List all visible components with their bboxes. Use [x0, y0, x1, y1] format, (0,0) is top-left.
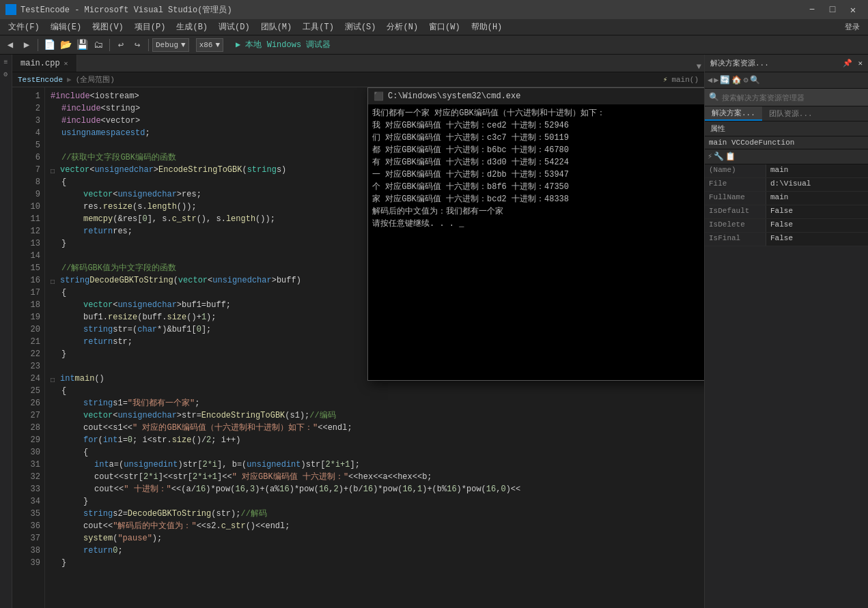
code-line-37: system("pause");: [51, 532, 699, 545]
prop-val-name: main: [766, 164, 868, 177]
prop-key-file: File: [705, 178, 766, 191]
code-area: 12345 678910 1112131415 1617181920 21222…: [12, 87, 704, 608]
undo-button[interactable]: ↩: [113, 38, 128, 53]
prop-icon-2[interactable]: 🔧: [714, 151, 724, 162]
menu-team[interactable]: 团队(M): [255, 20, 298, 34]
tab-close-icon[interactable]: ✕: [64, 59, 68, 68]
menu-analyze[interactable]: 分析(N): [381, 20, 423, 34]
prop-key-isdefault: IsDefault: [705, 205, 766, 218]
cmd-line-5: 有 对应GBK编码值 十六进制：d3d0 十进制：54224: [372, 156, 704, 169]
cmd-line-4: 都 对应GBK编码值 十六进制：b6bc 十进制：46780: [372, 144, 704, 156]
solution-pin-icon[interactable]: 📌: [843, 59, 852, 68]
prop-row-file: File d:\Visual: [705, 178, 868, 192]
code-line-28: cout << s1 << " 对应的GBK编码值（十六进制和十进制）如下：" …: [51, 422, 699, 434]
code-line-26: string s1 = "我们都有一个家";: [51, 397, 699, 409]
sol-home-icon[interactable]: 🏠: [731, 75, 742, 85]
tab-solution[interactable]: 解决方案...: [705, 106, 762, 121]
menu-file[interactable]: 文件(F): [3, 20, 45, 34]
open-button[interactable]: 📂: [58, 38, 73, 53]
cmd-title: C:\Windows\system32\cmd.exe: [388, 91, 704, 101]
code-line-27: vector<unsigned char> str = EncodeString…: [51, 409, 699, 422]
scope-bar: TestEncode ▶ (全局范围) ⚡ main(): [12, 72, 704, 87]
prop-row-isdelete: IsDelete False: [705, 219, 868, 233]
prop-row-isfinal: IsFinal False: [705, 233, 868, 246]
fold-icon-16[interactable]: □: [51, 276, 59, 285]
cmd-titlebar: ⬛ C:\Windows\system32\cmd.exe − □ ✕: [368, 88, 704, 104]
line-numbers: 12345 678910 1112131415 1617181920 21222…: [12, 87, 45, 608]
toolbar-sep3: [148, 39, 149, 51]
sol-forward-icon[interactable]: ▶: [714, 75, 718, 85]
close-button[interactable]: ✕: [843, 0, 863, 19]
window-controls: − □ ✕: [802, 0, 863, 19]
code-line-32: cout <<str[2*i]<<str[2*i+1]<<" 对应GBK编码值 …: [51, 471, 699, 483]
prop-row-isdefault: IsDefault False: [705, 205, 868, 219]
code-line-31: int a = (unsigned int)str[2*i], b = (uns…: [51, 459, 699, 471]
code-line-35: string s2 = DecodeGBKToString(str); //解码: [51, 508, 699, 520]
cmd-line-8: 家 对应GBK编码值 十六进制：bcd2 十进制：48338: [372, 193, 704, 205]
back-button[interactable]: ◀: [3, 38, 18, 53]
minimize-button[interactable]: −: [802, 0, 822, 19]
save-button[interactable]: 💾: [74, 38, 89, 53]
solution-search-input[interactable]: [722, 93, 864, 102]
run-button[interactable]: ▶ 本地 Windows 调试器: [230, 38, 336, 52]
menu-window[interactable]: 窗口(W): [423, 20, 466, 34]
properties-toolbar: ⚡ 🔧 📋: [705, 149, 868, 164]
prop-key-name: (Name): [705, 164, 766, 177]
sol-settings-icon[interactable]: ⚙: [743, 75, 748, 85]
sol-refresh-icon[interactable]: 🔄: [720, 75, 730, 85]
menu-test[interactable]: 测试(S): [339, 20, 382, 34]
tab-list-icon[interactable]: ▼: [697, 62, 701, 72]
login-link[interactable]: 登录: [845, 22, 865, 32]
code-line-30: {: [51, 446, 699, 459]
forward-button[interactable]: ▶: [19, 38, 34, 53]
code-line-33: cout << " 十进制：" << (a / 16)*pow(16, 3) +…: [51, 483, 699, 495]
code-line-34: }: [51, 495, 699, 508]
solution-close-icon[interactable]: ✕: [858, 59, 863, 68]
menu-view[interactable]: 视图(V): [87, 20, 129, 34]
toolbar-sep2: [109, 39, 110, 51]
fn-label: main(): [671, 76, 699, 84]
menu-edit[interactable]: 编辑(E): [45, 20, 87, 34]
properties-header: 属性: [705, 121, 868, 136]
menu-project[interactable]: 项目(P): [129, 20, 171, 34]
prop-icon-3[interactable]: 📋: [725, 151, 736, 162]
cmd-line-2: 我 对应GBK编码值 十六进制：ced2 十进制：52946: [372, 119, 704, 132]
cmd-window[interactable]: ⬛ C:\Windows\system32\cmd.exe − □ ✕ 我们都有…: [367, 87, 704, 381]
menu-help[interactable]: 帮助(H): [466, 20, 508, 34]
redo-button[interactable]: ↪: [130, 38, 145, 53]
code-line-25: {: [51, 385, 699, 397]
gutter-icon-2: ⚙: [1, 70, 11, 79]
maximize-button[interactable]: □: [823, 0, 842, 19]
window-title: TestEncode - Microsoft Visual Studio(管理员…: [20, 4, 802, 16]
prop-val-file: d:\Visual: [766, 178, 868, 191]
solution-explorer-header: 解决方案资源... 📌 ✕: [705, 55, 868, 72]
cmd-line-9: 解码后的中文值为：我们都有一个家: [372, 205, 704, 218]
solution-toolbar: ◀ ▶ 🔄 🏠 ⚙ 🔍: [705, 72, 868, 89]
fold-icon-7[interactable]: □: [51, 166, 59, 174]
tab-team[interactable]: 团队资源...: [762, 106, 820, 121]
new-button[interactable]: 📄: [42, 38, 57, 53]
config-dropdown[interactable]: Debug▼: [152, 38, 189, 52]
cmd-icon: ⬛: [374, 91, 384, 102]
menu-build[interactable]: 生成(B): [171, 20, 213, 34]
gutter-icon-1: ≡: [1, 57, 11, 67]
tab-maincpp[interactable]: main.cpp ✕: [12, 55, 77, 72]
fold-icon-24[interactable]: □: [51, 375, 59, 383]
sol-back-icon[interactable]: ◀: [708, 75, 712, 85]
code-line-36: cout<< "解码后的中文值为："<< s2.c_str()<<endl;: [51, 520, 699, 532]
cmd-line-7: 个 对应GBK编码值 十六进制：b8f6 十进制：47350: [372, 181, 704, 193]
save-all-button[interactable]: 🗂: [91, 38, 106, 53]
platform-dropdown[interactable]: x86▼: [196, 38, 223, 52]
menu-tools[interactable]: 工具(T): [297, 20, 339, 34]
menu-debug[interactable]: 调试(D): [213, 20, 255, 34]
properties-title: 属性: [710, 124, 725, 134]
menu-bar: 文件(F) 编辑(E) 视图(V) 项目(P) 生成(B) 调试(D) 团队(M…: [0, 19, 868, 35]
left-gutter: ≡ ⚙: [0, 55, 12, 608]
tab-bar-right: ▼: [697, 62, 704, 72]
sol-filter-icon[interactable]: 🔍: [750, 75, 760, 85]
prop-icon-1[interactable]: ⚡: [708, 151, 712, 162]
fn-label-icon: ⚡: [663, 75, 668, 84]
solution-search-bar: 🔍: [705, 89, 868, 106]
properties-table: (Name) main File d:\Visual FullName main…: [705, 164, 868, 608]
cmd-line-10: 请按任意键继续. . . _: [372, 218, 704, 230]
